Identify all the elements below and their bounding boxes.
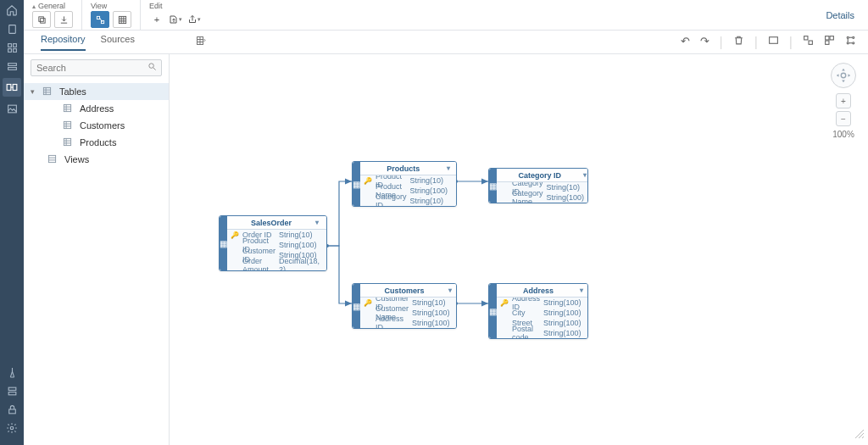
- app-nav-rail: [0, 0, 24, 445]
- layers-icon[interactable]: [5, 59, 19, 73]
- layout-button-2[interactable]: [824, 35, 835, 50]
- resize-handle-icon[interactable]: [854, 429, 865, 442]
- tree-node-customers[interactable]: Customers: [24, 117, 169, 134]
- svg-rect-12: [8, 392, 16, 394]
- import-button[interactable]: ▾: [168, 11, 183, 28]
- node-address[interactable]: ▦ Address▾ 🔑Address IDString(100) CitySt…: [488, 283, 588, 339]
- grid-view-button[interactable]: [113, 11, 131, 28]
- tree-node-products[interactable]: Products: [24, 134, 169, 151]
- svg-rect-17: [97, 16, 99, 19]
- views-icon: [47, 154, 59, 165]
- tree-label: Views: [64, 154, 89, 164]
- node-salesorder[interactable]: ▦ SalesOrder▾ 🔑Order IDString(10) Produc…: [219, 215, 327, 271]
- copy-button[interactable]: [32, 11, 51, 28]
- table-icon: [63, 120, 75, 131]
- svg-rect-16: [38, 16, 43, 21]
- table-icon[interactable]: [195, 36, 207, 48]
- tree-label: Tables: [59, 86, 86, 97]
- svg-point-14: [10, 426, 14, 430]
- node-customers[interactable]: ▦ Customers▾ 🔑Customer IDString(10) Cust…: [352, 283, 457, 329]
- node-title: Category ID: [497, 171, 583, 180]
- svg-rect-1: [8, 43, 11, 47]
- table-icon: ▦: [220, 216, 227, 270]
- search-input[interactable]: [31, 59, 162, 76]
- chevron-down-icon: ▾: [31, 87, 37, 96]
- image-icon[interactable]: [5, 102, 19, 115]
- tree-node-tables[interactable]: ▾ Tables: [24, 83, 169, 100]
- svg-rect-33: [830, 36, 833, 39]
- ribbon: ▴ General View Edit +: [24, 0, 868, 31]
- node-title: Customers: [360, 286, 448, 295]
- svg-rect-34: [826, 41, 829, 44]
- delete-button[interactable]: [733, 35, 744, 50]
- svg-rect-5: [8, 63, 16, 65]
- key-icon: 🔑: [231, 231, 239, 239]
- add-button[interactable]: +: [149, 11, 164, 28]
- ribbon-group-general: ▴ General: [24, 0, 82, 31]
- undo-button[interactable]: ↶: [681, 35, 690, 50]
- ribbon-group-label: Edit: [149, 2, 163, 10]
- model-icon[interactable]: [3, 78, 21, 97]
- zoom-out-button[interactable]: −: [836, 111, 851, 126]
- dashboard-icon[interactable]: [5, 41, 19, 54]
- search-icon[interactable]: [147, 62, 157, 73]
- redo-button[interactable]: ↷: [700, 35, 709, 50]
- layout-button-1[interactable]: [803, 35, 814, 50]
- svg-rect-48: [64, 104, 70, 111]
- table-icon: ▦: [353, 284, 360, 328]
- tree-label: Customers: [80, 120, 125, 131]
- svg-rect-44: [43, 87, 50, 94]
- column-row: StreetString(100): [497, 318, 588, 328]
- page-icon[interactable]: [5, 22, 19, 36]
- svg-rect-3: [8, 48, 11, 52]
- column-row: Postal codeString(100): [497, 328, 588, 338]
- sub-toolbar: Repository Sources ↶ ↷ | | |: [24, 31, 868, 54]
- server-icon[interactable]: [5, 384, 19, 398]
- ribbon-group-label: General: [38, 2, 65, 10]
- zoom-in-button[interactable]: +: [836, 93, 851, 108]
- svg-rect-15: [40, 18, 45, 23]
- node-products[interactable]: ▦ Products▾ 🔑Product IDString(10) Produc…: [352, 161, 457, 207]
- lock-icon[interactable]: [5, 403, 19, 416]
- column-row: Category NameString(100): [497, 192, 588, 203]
- ribbon-group-edit: Edit + ▾ ▾: [141, 0, 210, 31]
- svg-point-66: [841, 73, 846, 78]
- svg-rect-11: [8, 387, 16, 390]
- pan-compass[interactable]: [831, 63, 856, 88]
- svg-line-43: [153, 68, 156, 70]
- table-icon: ▦: [353, 162, 360, 206]
- export-button[interactable]: ▾: [186, 11, 202, 28]
- ribbon-group-label: View: [91, 2, 107, 10]
- diagram-view-button[interactable]: [91, 11, 109, 28]
- node-title: Products: [360, 164, 447, 173]
- download-button[interactable]: [54, 11, 73, 28]
- tool-icon[interactable]: [5, 365, 19, 379]
- svg-point-35: [847, 36, 849, 38]
- tab-repository[interactable]: Repository: [41, 34, 86, 51]
- key-icon: 🔑: [364, 177, 372, 185]
- node-category[interactable]: ▦ Category ID▾ Category IDString(10) Cat…: [488, 168, 588, 203]
- key-icon: 🔑: [364, 299, 372, 307]
- svg-rect-8: [13, 85, 17, 91]
- chevron-down-icon[interactable]: ▾: [580, 286, 588, 294]
- tab-sources[interactable]: Sources: [101, 34, 135, 51]
- tree-label: Products: [80, 137, 116, 147]
- chevron-down-icon[interactable]: ▾: [315, 219, 326, 226]
- key-icon: 🔑: [500, 299, 509, 307]
- auto-layout-button[interactable]: [845, 35, 856, 50]
- svg-rect-30: [804, 36, 808, 39]
- chevron-down-icon[interactable]: ▾: [583, 171, 588, 179]
- svg-point-42: [149, 64, 154, 69]
- gear-icon[interactable]: [5, 421, 19, 435]
- tree-node-address[interactable]: Address: [24, 100, 169, 117]
- tree-node-views[interactable]: Views: [24, 151, 169, 168]
- chevron-up-icon[interactable]: ▴: [32, 3, 36, 10]
- chevron-down-icon[interactable]: ▾: [448, 286, 457, 294]
- details-link[interactable]: Details: [826, 10, 868, 20]
- chevron-down-icon[interactable]: ▾: [447, 164, 457, 172]
- svg-rect-0: [8, 25, 15, 33]
- home-icon[interactable]: [5, 3, 19, 17]
- diagram-canvas[interactable]: ▦ SalesOrder▾ 🔑Order IDString(10) Produc…: [170, 54, 868, 445]
- fit-screen-button[interactable]: [768, 35, 779, 50]
- svg-rect-31: [809, 41, 812, 44]
